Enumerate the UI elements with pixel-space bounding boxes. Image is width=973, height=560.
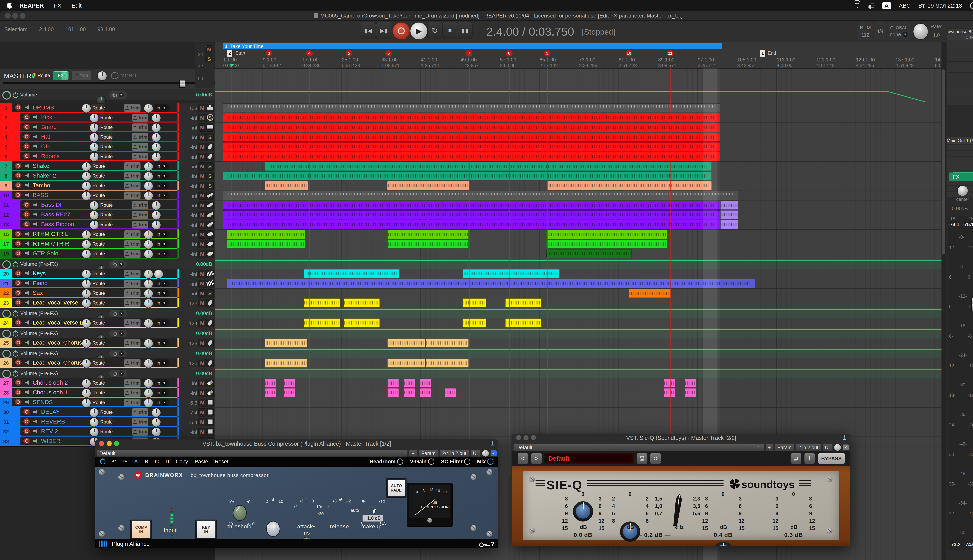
envelope-settings-button[interactable]: ▼: [109, 260, 127, 268]
audio-clip[interactable]: [387, 181, 470, 190]
input-chip[interactable]: in▼: [154, 299, 169, 307]
track-name[interactable]: GTR Solo: [33, 250, 59, 257]
mute-button[interactable]: M: [199, 398, 206, 407]
volume-knob[interactable]: [144, 230, 153, 239]
trim-button[interactable]: trim: [124, 359, 140, 367]
input-chip[interactable]: in▼: [154, 182, 169, 190]
master-mute-button[interactable]: M: [206, 45, 213, 53]
pan-knob[interactable]: [82, 250, 91, 259]
envelope-power-icon[interactable]: [13, 331, 18, 337]
volume-knob[interactable]: [152, 418, 161, 427]
empty-send-slot[interactable]: [947, 157, 973, 162]
pan-knob[interactable]: [82, 270, 91, 279]
audio-clip[interactable]: [547, 249, 632, 258]
track-panel-lead-vocal-verse[interactable]: 23Lead Vocal VerseRouteFXtrimin▼122MS: [0, 298, 215, 308]
bx-tb-a[interactable]: A: [134, 459, 138, 465]
trim-button[interactable]: trim: [132, 143, 148, 151]
mute-button[interactable]: M: [199, 299, 206, 307]
volume-knob[interactable]: [144, 240, 153, 249]
volume-knob[interactable]: [152, 133, 161, 142]
volume-knob[interactable]: [144, 289, 153, 298]
audio-clip[interactable]: [227, 279, 755, 288]
speaker-icon[interactable]: [25, 164, 30, 168]
route-button[interactable]: Route: [91, 280, 105, 287]
track-panel-piano[interactable]: 21PianoRouteFXtrimin▼-infMS: [0, 278, 215, 289]
bx-knob-mix[interactable]: Mix: [477, 458, 493, 465]
empty-fx-slot[interactable]: [947, 94, 973, 100]
envelope-settings-button[interactable]: ▼: [109, 91, 127, 99]
audio-clip[interactable]: [223, 142, 721, 151]
empty-fx-slot[interactable]: [947, 89, 973, 94]
audio-clip[interactable]: [463, 318, 486, 327]
pan-knob[interactable]: [82, 103, 91, 113]
mute-button[interactable]: M: [199, 359, 206, 367]
minimize-button[interactable]: [107, 441, 112, 446]
audio-clip[interactable]: [388, 378, 399, 388]
sieq-knob-4[interactable]: [713, 542, 733, 546]
empty-fx-slot[interactable]: [947, 45, 973, 51]
apple-menu-icon[interactable]: [7, 3, 12, 8]
master-route-button[interactable]: Route: [32, 71, 50, 80]
record-arm-button[interactable]: [23, 201, 30, 208]
audio-clip[interactable]: [664, 388, 675, 397]
track-name[interactable]: Bass DI: [41, 202, 62, 208]
track-panel-lead-vocal-chorus[interactable]: 25Lead Vocal ChorusRouteFXtrimin▼123MS: [0, 338, 215, 348]
speaker-icon[interactable]: [33, 135, 38, 139]
track-name[interactable]: Kick: [41, 114, 52, 120]
trim-button[interactable]: trim: [124, 299, 140, 307]
mute-button[interactable]: M: [199, 230, 206, 238]
envelope-bypass-toggle[interactable]: [2, 91, 11, 100]
save-preset-button[interactable]: 🖫: [636, 453, 648, 464]
wet-knob[interactable]: [834, 444, 841, 451]
master-width-knob[interactable]: [97, 71, 107, 81]
audio-clip[interactable]: [388, 240, 468, 248]
trim-button[interactable]: trim: [124, 398, 140, 407]
speaker-icon[interactable]: [33, 429, 38, 433]
audio-clip[interactable]: [223, 220, 721, 229]
mute-button[interactable]: M: [199, 379, 206, 387]
pan-knob[interactable]: [82, 359, 91, 368]
track-panel-hat[interactable]: 4HatRouteFXtrim-infMS: [0, 132, 215, 142]
speaker-icon[interactable]: [25, 183, 30, 187]
add-preset-button[interactable]: +: [409, 450, 417, 457]
envelope-row[interactable]: Volume (Pre-FX)▼0.00dB: [0, 348, 215, 358]
route-button[interactable]: Route: [91, 379, 105, 387]
zoom-button[interactable]: [531, 435, 536, 440]
bypass-button[interactable]: BYPASS: [818, 453, 845, 464]
speaker-icon[interactable]: [33, 439, 38, 443]
input-chip[interactable]: in▼: [154, 250, 169, 258]
wifi-icon[interactable]: [854, 3, 861, 8]
pan-knob[interactable]: [82, 162, 91, 171]
audio-clip[interactable]: [463, 298, 486, 307]
audio-clip[interactable]: [388, 388, 399, 397]
bx-tb-c[interactable]: C: [155, 459, 159, 465]
envelope-power-icon[interactable]: [13, 262, 18, 267]
volume-knob[interactable]: [144, 339, 153, 348]
record-arm-button[interactable]: [14, 230, 22, 238]
route-button[interactable]: Route: [91, 398, 105, 407]
envelope-bypass-toggle[interactable]: [2, 260, 11, 269]
trim-button[interactable]: trim: [132, 114, 148, 122]
record-arm-button[interactable]: [14, 388, 22, 396]
bx-knob-v-gain[interactable]: V-Gain: [410, 458, 434, 465]
mute-button[interactable]: M: [199, 162, 206, 170]
track-name[interactable]: Sax: [33, 290, 43, 296]
pin-icon[interactable]: ⟘: [843, 434, 846, 441]
master-volume-envelope-row[interactable]: Volume▼0.00dB: [0, 89, 215, 100]
stop-button[interactable]: ■: [443, 22, 457, 39]
pan-knob[interactable]: [82, 379, 91, 388]
route-button[interactable]: Route: [99, 123, 112, 131]
envelope-power-icon[interactable]: [13, 351, 18, 357]
bx-tb-paste[interactable]: Paste: [195, 459, 208, 465]
marker-10[interactable]: 10: [626, 50, 632, 57]
audio-clip[interactable]: [223, 191, 738, 200]
pan-knob[interactable]: [82, 289, 91, 298]
marker-11[interactable]: 11: [667, 50, 674, 57]
bx-tb-d[interactable]: D: [166, 459, 169, 465]
track-name[interactable]: Rooms: [41, 153, 60, 160]
trim-button[interactable]: trim: [132, 133, 148, 141]
compare-button[interactable]: ⇄: [791, 453, 802, 464]
audio-clip[interactable]: [265, 358, 307, 368]
plugin-title-bar[interactable]: VST: bx_townhouse Buss Compressor (Plugi…: [95, 441, 498, 449]
pan-knob[interactable]: [82, 388, 91, 398]
